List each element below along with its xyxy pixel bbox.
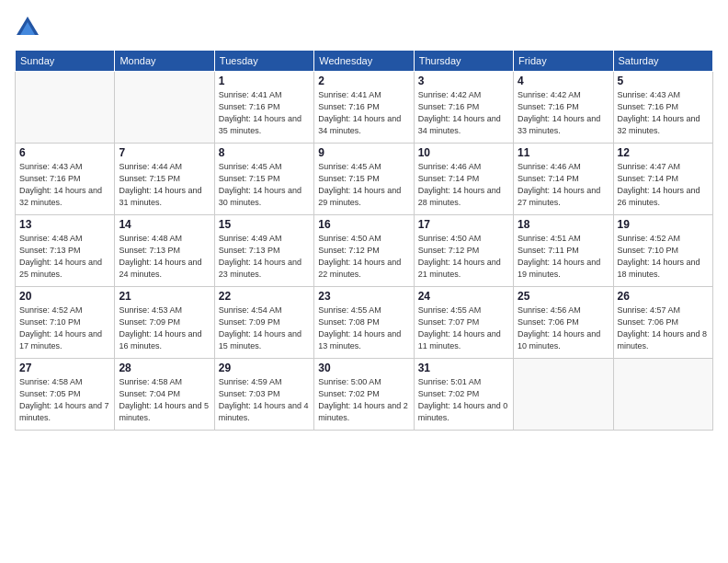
day-info: Sunrise: 4:55 AMSunset: 7:08 PMDaylight:…: [318, 304, 409, 352]
calendar-cell: 9Sunrise: 4:45 AMSunset: 7:15 PMDaylight…: [314, 144, 414, 215]
calendar-cell: 16Sunrise: 4:50 AMSunset: 7:12 PMDayligh…: [314, 215, 414, 287]
day-info: Sunrise: 4:57 AMSunset: 7:06 PMDaylight:…: [618, 304, 709, 352]
calendar-week-row: 13Sunrise: 4:48 AMSunset: 7:13 PMDayligh…: [16, 215, 713, 287]
day-number: 3: [418, 75, 509, 87]
day-number: 23: [318, 290, 409, 303]
day-number: 2: [318, 75, 409, 87]
calendar-cell: 4Sunrise: 4:42 AMSunset: 7:16 PMDaylight…: [514, 72, 613, 144]
day-number: 8: [219, 146, 310, 159]
day-info: Sunrise: 4:45 AMSunset: 7:15 PMDaylight:…: [219, 161, 310, 209]
day-number: 25: [518, 290, 609, 303]
day-number: 31: [418, 362, 509, 374]
weekday-header: Saturday: [613, 51, 712, 72]
calendar-cell: 20Sunrise: 4:52 AMSunset: 7:10 PMDayligh…: [16, 287, 115, 359]
calendar-cell: [16, 72, 115, 144]
day-info: Sunrise: 4:48 AMSunset: 7:13 PMDaylight:…: [19, 233, 110, 281]
day-info: Sunrise: 4:46 AMSunset: 7:14 PMDaylight:…: [418, 161, 509, 209]
day-info: Sunrise: 4:49 AMSunset: 7:13 PMDaylight:…: [219, 233, 310, 281]
day-number: 18: [518, 218, 609, 231]
day-number: 1: [219, 75, 310, 87]
day-number: 15: [219, 218, 310, 231]
day-info: Sunrise: 4:42 AMSunset: 7:16 PMDaylight:…: [518, 89, 609, 137]
calendar-cell: 25Sunrise: 4:56 AMSunset: 7:06 PMDayligh…: [514, 287, 613, 359]
day-number: 11: [518, 146, 609, 159]
day-info: Sunrise: 4:48 AMSunset: 7:13 PMDaylight:…: [119, 233, 210, 281]
day-info: Sunrise: 4:45 AMSunset: 7:15 PMDaylight:…: [318, 161, 409, 209]
calendar-cell: 22Sunrise: 4:54 AMSunset: 7:09 PMDayligh…: [214, 287, 313, 359]
day-info: Sunrise: 4:52 AMSunset: 7:10 PMDaylight:…: [19, 304, 110, 352]
calendar-cell: 26Sunrise: 4:57 AMSunset: 7:06 PMDayligh…: [613, 287, 712, 359]
day-info: Sunrise: 4:44 AMSunset: 7:15 PMDaylight:…: [119, 161, 210, 209]
calendar-cell: 2Sunrise: 4:41 AMSunset: 7:16 PMDaylight…: [314, 72, 414, 144]
day-number: 16: [318, 218, 409, 231]
day-number: 5: [618, 75, 709, 87]
calendar-cell: 31Sunrise: 5:01 AMSunset: 7:02 PMDayligh…: [414, 359, 513, 431]
calendar-cell: 30Sunrise: 5:00 AMSunset: 7:02 PMDayligh…: [314, 359, 414, 431]
calendar-cell: 11Sunrise: 4:46 AMSunset: 7:14 PMDayligh…: [514, 144, 613, 215]
day-info: Sunrise: 4:53 AMSunset: 7:09 PMDaylight:…: [119, 304, 210, 352]
logo-icon: [15, 15, 40, 40]
day-number: 26: [618, 290, 709, 303]
calendar-cell: 12Sunrise: 4:47 AMSunset: 7:14 PMDayligh…: [613, 144, 712, 215]
weekday-header: Wednesday: [314, 51, 414, 72]
weekday-header-row: SundayMondayTuesdayWednesdayThursdayFrid…: [16, 51, 713, 72]
day-number: 30: [318, 362, 409, 374]
calendar-cell: 29Sunrise: 4:59 AMSunset: 7:03 PMDayligh…: [214, 359, 313, 431]
calendar-cell: [613, 359, 712, 431]
calendar-cell: [115, 72, 214, 144]
day-info: Sunrise: 4:41 AMSunset: 7:16 PMDaylight:…: [219, 89, 310, 137]
calendar-cell: 23Sunrise: 4:55 AMSunset: 7:08 PMDayligh…: [314, 287, 414, 359]
day-number: 29: [219, 362, 310, 374]
weekday-header: Friday: [514, 51, 613, 72]
day-number: 10: [418, 146, 509, 159]
day-info: Sunrise: 4:58 AMSunset: 7:05 PMDaylight:…: [19, 376, 110, 424]
day-number: 19: [618, 218, 709, 231]
calendar-cell: 7Sunrise: 4:44 AMSunset: 7:15 PMDaylight…: [115, 144, 214, 215]
logo: [15, 15, 44, 40]
calendar-cell: 10Sunrise: 4:46 AMSunset: 7:14 PMDayligh…: [414, 144, 513, 215]
day-info: Sunrise: 4:52 AMSunset: 7:10 PMDaylight:…: [618, 233, 709, 281]
day-info: Sunrise: 4:43 AMSunset: 7:16 PMDaylight:…: [618, 89, 709, 137]
day-number: 7: [119, 146, 210, 159]
calendar-cell: [514, 359, 613, 431]
calendar-cell: 6Sunrise: 4:43 AMSunset: 7:16 PMDaylight…: [16, 144, 115, 215]
day-info: Sunrise: 5:00 AMSunset: 7:02 PMDaylight:…: [318, 376, 409, 424]
calendar-week-row: 27Sunrise: 4:58 AMSunset: 7:05 PMDayligh…: [16, 359, 713, 431]
weekday-header: Sunday: [16, 51, 115, 72]
calendar-cell: 18Sunrise: 4:51 AMSunset: 7:11 PMDayligh…: [514, 215, 613, 287]
day-info: Sunrise: 4:43 AMSunset: 7:16 PMDaylight:…: [19, 161, 110, 209]
day-number: 20: [19, 290, 110, 303]
day-info: Sunrise: 4:51 AMSunset: 7:11 PMDaylight:…: [518, 233, 609, 281]
day-info: Sunrise: 4:50 AMSunset: 7:12 PMDaylight:…: [418, 233, 509, 281]
calendar-cell: 27Sunrise: 4:58 AMSunset: 7:05 PMDayligh…: [16, 359, 115, 431]
calendar-cell: 13Sunrise: 4:48 AMSunset: 7:13 PMDayligh…: [16, 215, 115, 287]
day-info: Sunrise: 4:47 AMSunset: 7:14 PMDaylight:…: [618, 161, 709, 209]
page: SundayMondayTuesdayWednesdayThursdayFrid…: [0, 0, 728, 563]
calendar-cell: 17Sunrise: 4:50 AMSunset: 7:12 PMDayligh…: [414, 215, 513, 287]
weekday-header: Monday: [115, 51, 214, 72]
calendar-cell: 14Sunrise: 4:48 AMSunset: 7:13 PMDayligh…: [115, 215, 214, 287]
calendar-cell: 1Sunrise: 4:41 AMSunset: 7:16 PMDaylight…: [214, 72, 313, 144]
day-number: 13: [19, 218, 110, 231]
day-number: 21: [119, 290, 210, 303]
day-info: Sunrise: 4:54 AMSunset: 7:09 PMDaylight:…: [219, 304, 310, 352]
day-info: Sunrise: 4:50 AMSunset: 7:12 PMDaylight:…: [318, 233, 409, 281]
day-number: 27: [19, 362, 110, 374]
day-info: Sunrise: 4:58 AMSunset: 7:04 PMDaylight:…: [119, 376, 210, 424]
weekday-header: Tuesday: [214, 51, 313, 72]
calendar-cell: 15Sunrise: 4:49 AMSunset: 7:13 PMDayligh…: [214, 215, 313, 287]
day-info: Sunrise: 4:46 AMSunset: 7:14 PMDaylight:…: [518, 161, 609, 209]
day-info: Sunrise: 4:59 AMSunset: 7:03 PMDaylight:…: [219, 376, 310, 424]
calendar-week-row: 1Sunrise: 4:41 AMSunset: 7:16 PMDaylight…: [16, 72, 713, 144]
day-number: 6: [19, 146, 110, 159]
day-info: Sunrise: 4:56 AMSunset: 7:06 PMDaylight:…: [518, 304, 609, 352]
day-info: Sunrise: 5:01 AMSunset: 7:02 PMDaylight:…: [418, 376, 509, 424]
day-info: Sunrise: 4:42 AMSunset: 7:16 PMDaylight:…: [418, 89, 509, 137]
calendar-week-row: 6Sunrise: 4:43 AMSunset: 7:16 PMDaylight…: [16, 144, 713, 215]
day-number: 4: [518, 75, 609, 87]
calendar-cell: 5Sunrise: 4:43 AMSunset: 7:16 PMDaylight…: [613, 72, 712, 144]
day-number: 24: [418, 290, 509, 303]
calendar-cell: 24Sunrise: 4:55 AMSunset: 7:07 PMDayligh…: [414, 287, 513, 359]
calendar-cell: 21Sunrise: 4:53 AMSunset: 7:09 PMDayligh…: [115, 287, 214, 359]
header: [15, 15, 713, 40]
